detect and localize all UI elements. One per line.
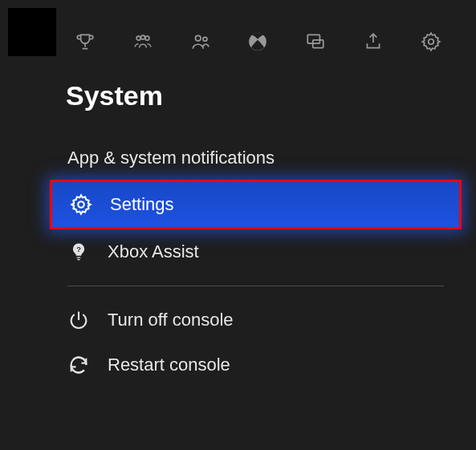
restart-icon (67, 354, 90, 376)
svg-point-8 (429, 39, 434, 45)
gear-icon (421, 31, 441, 55)
menu-divider (67, 286, 444, 286)
chat-icon (305, 31, 326, 55)
gear-icon (70, 193, 92, 216)
system-tab[interactable] (418, 30, 444, 56)
trophy-icon (75, 31, 96, 55)
lightbulb-icon: ? (67, 241, 90, 263)
share-icon (363, 31, 384, 55)
home-tab[interactable] (245, 30, 271, 56)
svg-rect-6 (308, 34, 320, 43)
svg-point-2 (140, 35, 144, 39)
menu-item-label: Turn off console (108, 310, 234, 330)
guide-tab-bar (72, 30, 444, 56)
menu-item-label: Restart console (108, 355, 230, 375)
menu-item-label: Settings (110, 194, 174, 215)
page-title: System (66, 80, 163, 111)
people-icon (190, 31, 211, 55)
settings-item[interactable]: Settings (50, 180, 462, 229)
multiplayer-tab[interactable] (130, 30, 156, 56)
menu-item-label: Xbox Assist (108, 241, 199, 262)
svg-point-9 (78, 201, 83, 207)
system-menu: App & system notifications Settings ? Xb… (50, 136, 462, 387)
svg-point-1 (145, 36, 149, 40)
restart-item[interactable]: Restart console (50, 343, 462, 387)
power-icon (67, 309, 90, 331)
svg-text:?: ? (76, 245, 81, 253)
achievements-tab[interactable] (72, 30, 98, 56)
broadcast-tab[interactable] (360, 30, 386, 56)
messages-tab[interactable] (303, 30, 328, 56)
xbox-icon (247, 31, 268, 55)
people-multi-icon (132, 31, 153, 55)
xbox-assist-item[interactable]: ? Xbox Assist (50, 229, 462, 274)
turn-off-item[interactable]: Turn off console (50, 298, 462, 343)
notifications-item[interactable]: App & system notifications (50, 136, 462, 180)
svg-point-4 (203, 37, 207, 41)
svg-point-0 (136, 36, 140, 40)
people-tab[interactable] (188, 30, 214, 56)
avatar-placeholder (8, 8, 56, 56)
menu-item-label: App & system notifications (67, 148, 275, 168)
svg-point-3 (195, 35, 201, 41)
